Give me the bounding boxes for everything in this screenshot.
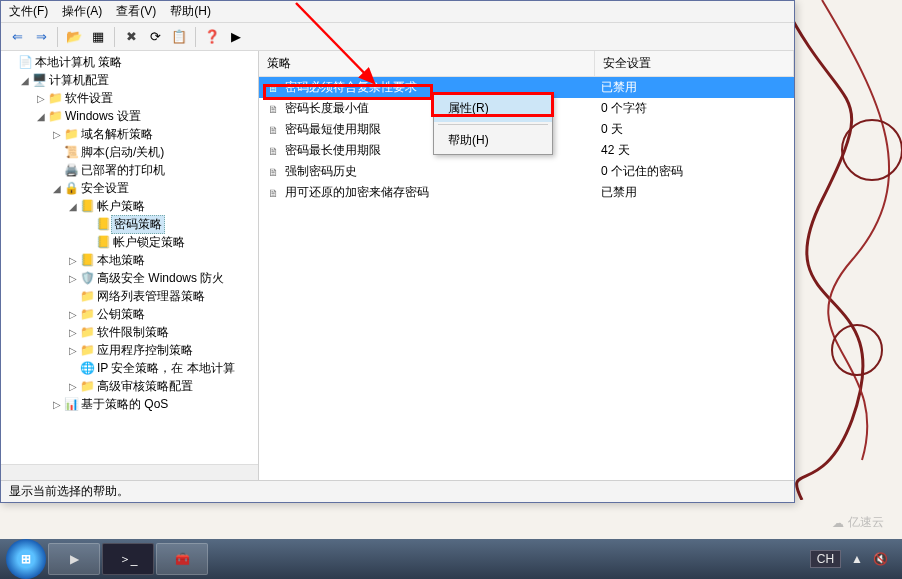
policy-icon: 🗎 [265, 143, 281, 159]
up-button[interactable]: 📂 [64, 27, 84, 47]
taskbar-item[interactable]: ＞_ [102, 543, 154, 575]
policy-value: 0 个记住的密码 [595, 163, 794, 180]
tree-pane[interactable]: 📄本地计算机 策略 ◢🖥️计算机配置 ▷📁软件设置 ◢📁Windows 设置 ▷… [1, 51, 259, 480]
help-button[interactable]: ❓ [202, 27, 222, 47]
tree-ipsec[interactable]: 🌐IP 安全策略，在 本地计算 [1, 359, 258, 377]
menu-view[interactable]: 查看(V) [116, 3, 156, 20]
tray-sound-icon[interactable]: 🔇 [873, 552, 888, 566]
svg-point-0 [842, 120, 902, 180]
menu-file[interactable]: 文件(F) [9, 3, 48, 20]
tree-security[interactable]: ◢🔒安全设置 [1, 179, 258, 197]
context-help[interactable]: 帮助(H) [434, 127, 552, 154]
policy-icon: 🗎 [265, 122, 281, 138]
tree-password-policy[interactable]: 📒密码策略 [1, 215, 258, 233]
watermark-text: 亿速云 [848, 514, 884, 531]
policy-icon: 🗎 [265, 80, 281, 96]
tree-firewall[interactable]: ▷🛡️高级安全 Windows 防火 [1, 269, 258, 287]
policy-icon: 🗎 [265, 101, 281, 117]
tree-qos[interactable]: ▷📊基于策略的 QoS [1, 395, 258, 413]
tree-software[interactable]: ▷📁软件设置 [1, 89, 258, 107]
policy-icon: 🗎 [265, 164, 281, 180]
policy-icon: 🗎 [265, 185, 281, 201]
tree-windows[interactable]: ◢📁Windows 设置 [1, 107, 258, 125]
separator [114, 27, 115, 47]
tree-network-list[interactable]: 📁网络列表管理器策略 [1, 287, 258, 305]
policy-name: 用可还原的加密来储存密码 [285, 184, 429, 201]
status-text: 显示当前选择的帮助。 [9, 483, 129, 500]
taskbar-item[interactable]: ▶ [48, 543, 100, 575]
policy-name: 密码长度最小值 [285, 100, 369, 117]
back-button[interactable]: ⇐ [7, 27, 27, 47]
export-button[interactable]: 📋 [169, 27, 189, 47]
mmc-window: 文件(F) 操作(A) 查看(V) 帮助(H) ⇐ ⇒ 📂 ▦ ✖ ⟳ 📋 ❓ … [0, 0, 795, 503]
forward-button[interactable]: ⇒ [31, 27, 51, 47]
cloud-icon: ☁ [832, 516, 844, 530]
tree-local-policy[interactable]: ▷📒本地策略 [1, 251, 258, 269]
context-menu: 属性(R) 帮助(H) [433, 94, 553, 155]
menu-separator [438, 124, 548, 125]
tree-software-restrict[interactable]: ▷📁软件限制策略 [1, 323, 258, 341]
watermark-logo: ☁ 亿速云 [832, 514, 884, 531]
policy-row[interactable]: 🗎用可还原的加密来储存密码 已禁用 [259, 182, 794, 203]
show-tree-button[interactable]: ▦ [88, 27, 108, 47]
taskbar-item[interactable]: 🧰 [156, 543, 208, 575]
col-setting[interactable]: 安全设置 [595, 51, 794, 76]
policy-value: 0 天 [595, 121, 794, 138]
col-policy[interactable]: 策略 [259, 51, 595, 76]
lang-indicator[interactable]: CH [810, 550, 841, 568]
tree-dns[interactable]: ▷📁域名解析策略 [1, 125, 258, 143]
policy-value: 已禁用 [595, 184, 794, 201]
separator [57, 27, 58, 47]
toolbar: ⇐ ⇒ 📂 ▦ ✖ ⟳ 📋 ❓ ▶ [1, 23, 794, 51]
policy-row[interactable]: 🗎强制密码历史 0 个记住的密码 [259, 161, 794, 182]
horizontal-scrollbar[interactable] [1, 464, 258, 480]
policy-name: 密码最短使用期限 [285, 121, 381, 138]
tray-flag-icon[interactable]: ▲ [851, 552, 863, 566]
tree-account-policy[interactable]: ◢📒帐户策略 [1, 197, 258, 215]
delete-button[interactable]: ✖ [121, 27, 141, 47]
tree-app-control[interactable]: ▷📁应用程序控制策略 [1, 341, 258, 359]
tree-audit[interactable]: ▷📁高级审核策略配置 [1, 377, 258, 395]
policy-value: 42 天 [595, 142, 794, 159]
system-tray[interactable]: CH ▲ 🔇 [810, 550, 896, 568]
policy-name: 密码必须符合复杂性要求 [285, 79, 417, 96]
tree-root[interactable]: 📄本地计算机 策略 [1, 53, 258, 71]
play-button[interactable]: ▶ [226, 27, 246, 47]
svg-point-1 [832, 325, 882, 375]
tree-printers[interactable]: 🖨️已部署的打印机 [1, 161, 258, 179]
tree-lockout-policy[interactable]: 📒帐户锁定策略 [1, 233, 258, 251]
policy-value: 0 个字符 [595, 100, 794, 117]
policy-value: 已禁用 [595, 79, 794, 96]
statusbar: 显示当前选择的帮助。 [1, 480, 794, 502]
list-header: 策略 安全设置 [259, 51, 794, 77]
taskbar[interactable]: ⊞ ▶ ＞_ 🧰 CH ▲ 🔇 [0, 539, 902, 579]
tree-scripts[interactable]: 📜脚本(启动/关机) [1, 143, 258, 161]
separator [195, 27, 196, 47]
policy-name: 强制密码历史 [285, 163, 357, 180]
menubar: 文件(F) 操作(A) 查看(V) 帮助(H) [1, 1, 794, 23]
tree-public-key[interactable]: ▷📁公钥策略 [1, 305, 258, 323]
tree-computer-config[interactable]: ◢🖥️计算机配置 [1, 71, 258, 89]
context-properties[interactable]: 属性(R) [434, 95, 552, 122]
menu-help[interactable]: 帮助(H) [170, 3, 211, 20]
refresh-button[interactable]: ⟳ [145, 27, 165, 47]
menu-action[interactable]: 操作(A) [62, 3, 102, 20]
start-button[interactable]: ⊞ [6, 539, 46, 579]
policy-name: 密码最长使用期限 [285, 142, 381, 159]
